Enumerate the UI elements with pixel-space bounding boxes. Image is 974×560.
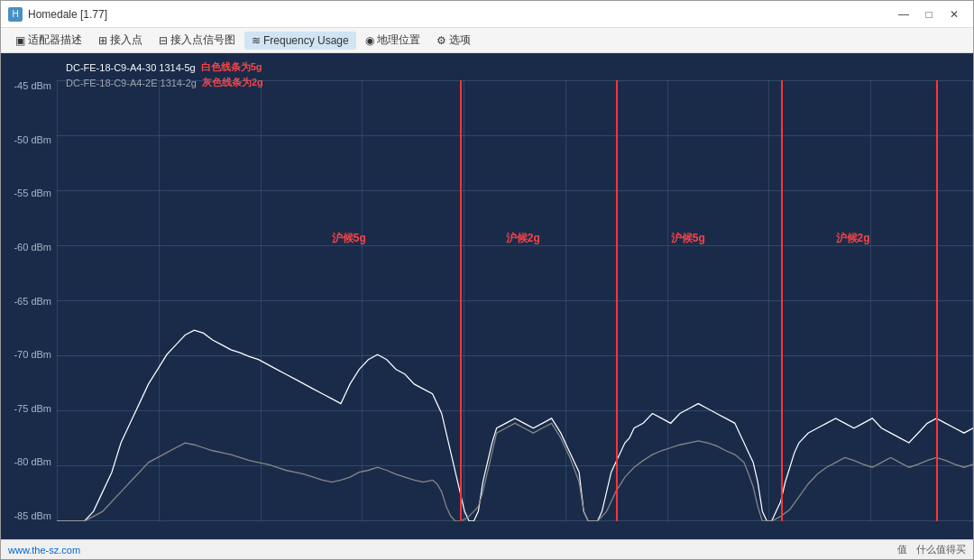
close-button[interactable]: ✕ — [942, 5, 966, 24]
y-label-4: -65 dBm — [1, 296, 57, 307]
y-label-2: -55 dBm — [1, 188, 57, 198]
y-label-1: -50 dBm — [1, 134, 57, 145]
red-vline-1 — [460, 80, 462, 521]
geo-icon: ◉ — [365, 34, 374, 47]
y-axis: -45 dBm-50 dBm-55 dBm-60 dBm-65 dBm-70 d… — [1, 53, 57, 539]
main-content: -45 dBm-50 dBm-55 dBm-60 dBm-65 dBm-70 d… — [1, 53, 973, 539]
window-controls: — □ ✕ — [892, 5, 966, 24]
ap-signal-icon: ⊟ — [159, 34, 168, 47]
annotation-2: 沪候2g — [506, 231, 540, 246]
annotation-4: 沪候2g — [836, 231, 870, 246]
toolbar-item-adapter[interactable]: ▣适配器描述 — [8, 30, 89, 50]
adapter-label: 适配器描述 — [28, 32, 82, 48]
y-label-0: -45 dBm — [1, 80, 57, 91]
frequency-icon: ≋ — [252, 34, 261, 47]
website-link[interactable]: www.the-sz.com — [8, 545, 80, 555]
network-5g-label: DC-FE-18-C9-A4-30 1314-5g — [66, 62, 196, 73]
status-label-2: 什么值得买 — [916, 543, 966, 556]
adapter-icon: ▣ — [15, 34, 25, 47]
y-label-5: -70 dBm — [1, 349, 57, 360]
y-label-8: -85 dBm — [1, 510, 57, 521]
legend-network-5g: DC-FE-18-C9-A4-30 1314-5g 白色线条为5g — [66, 60, 263, 74]
geo-label: 地理位置 — [377, 32, 420, 48]
y-label-6: -75 dBm — [1, 403, 57, 414]
main-window: H Homedale [1.77] — □ ✕ ▣适配器描述⊞接入点⊟接入点信号… — [0, 0, 974, 560]
options-label: 选项 — [449, 32, 471, 48]
toolbar: ▣适配器描述⊞接入点⊟接入点信号图≋Frequency Usage◉地理位置⚙选… — [1, 28, 973, 53]
status-right: 值 什么值得买 — [897, 543, 966, 556]
toolbar-item-ap-signal[interactable]: ⊟接入点信号图 — [152, 30, 243, 50]
chart-svg — [57, 80, 973, 521]
status-label-1: 值 — [897, 543, 907, 556]
annotation-1: 沪候5g — [332, 231, 366, 246]
chart-area: -45 dBm-50 dBm-55 dBm-60 dBm-65 dBm-70 d… — [1, 53, 973, 539]
access-points-label: 接入点 — [110, 32, 142, 48]
maximize-button[interactable]: □ — [917, 5, 941, 24]
app-icon: H — [8, 7, 23, 22]
red-vline-3 — [781, 80, 783, 521]
red-vline-2 — [616, 80, 618, 521]
frequency-label: Frequency Usage — [263, 34, 349, 47]
minimize-button[interactable]: — — [892, 5, 915, 24]
options-icon: ⚙ — [436, 34, 446, 47]
toolbar-item-access-points[interactable]: ⊞接入点 — [91, 30, 150, 50]
access-points-icon: ⊞ — [98, 34, 107, 47]
y-label-7: -80 dBm — [1, 456, 57, 467]
red-vline-4 — [936, 80, 938, 521]
chart-content: DC-FE-18-C9-A4-30 1314-5g 白色线条为5g DC-FE-… — [57, 53, 973, 521]
annotation-3: 沪候5g — [671, 231, 705, 246]
title-bar: H Homedale [1.77] — □ ✕ — [1, 1, 973, 28]
toolbar-item-geo[interactable]: ◉地理位置 — [358, 30, 427, 50]
waveform-5g — [57, 330, 973, 521]
y-label-3: -60 dBm — [1, 242, 57, 252]
toolbar-item-frequency[interactable]: ≋Frequency Usage — [244, 32, 356, 50]
window-title: Homedale [1.77] — [28, 8, 107, 21]
ap-signal-label: 接入点信号图 — [170, 32, 235, 48]
waveform-2g — [57, 423, 973, 521]
legend-5g-text: 白色线条为5g — [201, 60, 262, 74]
title-bar-left: H Homedale [1.77] — [8, 7, 107, 22]
toolbar-item-options[interactable]: ⚙选项 — [429, 30, 478, 50]
status-bar: www.the-sz.com 值 什么值得买 — [1, 539, 973, 559]
